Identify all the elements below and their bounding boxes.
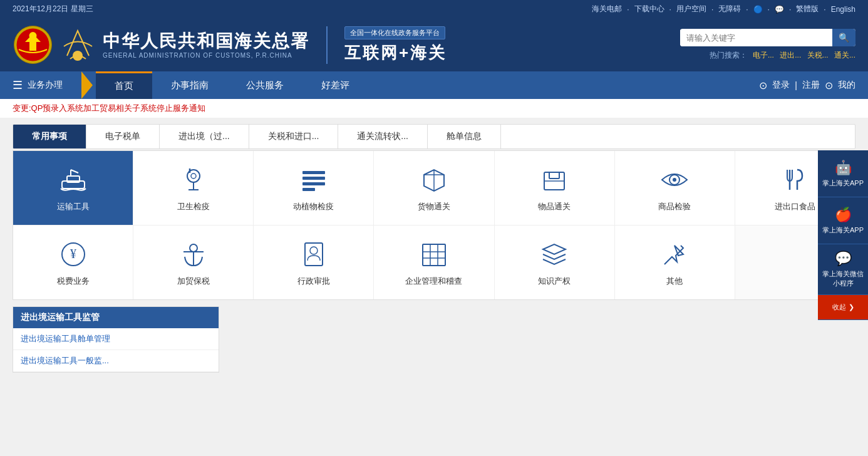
icon-enterprise-label: 企业管理和稽查 [405, 276, 462, 287]
nav-item-rating[interactable]: 好差评 [302, 71, 368, 99]
nav-right: ⊙ 登录 | 注册 ⊙ 我的 [759, 80, 855, 91]
panel-collapse[interactable]: 收起 ❯ [818, 295, 868, 320]
panel-android-app[interactable]: 🤖 掌上海关APP [818, 150, 868, 197]
icon-enterprise[interactable]: 企业管理和稽查 [374, 225, 494, 299]
panel-wechat[interactable]: 💬 掌上海关微信小程序 [818, 244, 868, 295]
search-button[interactable]: 🔍 [832, 29, 855, 46]
link-download[interactable]: 下载中心 [634, 4, 664, 14]
hot-link-4[interactable]: 通关... [834, 51, 855, 60]
icon-health-label: 卫生检疫 [177, 201, 210, 212]
customs-logo-icon [61, 24, 95, 65]
menu-icon[interactable]: ☰ [13, 78, 23, 92]
tab-clearance[interactable]: 通关流转状... [338, 125, 428, 148]
hot-link-3[interactable]: 关税... [807, 51, 829, 60]
icon-trade-label: 加贸保税 [177, 276, 210, 287]
logo-english: GENERAL ADMINISTRATION OF CUSTOMS, P.R.C… [103, 52, 309, 59]
hot-link-2[interactable]: 进出... [780, 51, 801, 60]
top-bar: 2021年12月22日 星期三 海关电邮 · 下载中心 · 用户空间 · 无障碍… [0, 0, 868, 18]
icon-ipr-label: 知识产权 [538, 276, 571, 287]
nav-item-public[interactable]: 公共服务 [227, 71, 302, 99]
tab-manifest[interactable]: 舱单信息 [428, 125, 501, 148]
icon-animal-plant[interactable]: 动植物检疫 [254, 151, 374, 225]
link-english[interactable]: English [831, 5, 855, 14]
tab-tariff[interactable]: 关税和进口... [249, 125, 339, 148]
nav-login[interactable]: 登录 [772, 80, 790, 91]
icon-health[interactable]: 卫生检疫 [133, 151, 254, 225]
sub-left-item-1[interactable]: 进出境运输工具舱单管理 [13, 328, 219, 350]
svg-rect-14 [302, 177, 325, 180]
hot-search-label: 热门搜索： [710, 51, 747, 60]
tab-etax[interactable]: 电子税单 [86, 125, 160, 148]
nav-register[interactable]: 注册 [802, 80, 820, 91]
service-tabs: 常用事项 电子税单 进出境（过... 关税和进口... 通关流转状... 舱单信… [13, 124, 855, 149]
header-right: 🔍 热门搜索： 电子... 进出... 关税... 通关... [680, 29, 855, 61]
icon-animal-label: 动植物检疫 [293, 201, 334, 212]
icon-inspection-label: 商品检验 [658, 201, 691, 212]
hot-link-1[interactable]: 电子... [753, 51, 774, 60]
nav-item-home[interactable]: 首页 [96, 71, 152, 99]
sub-content: 进出境运输工具监管 进出境运输工具舱单管理 进出境运输工具一般监... [13, 306, 855, 373]
panel-android-label: 掌上海关APP [822, 179, 864, 188]
icon-admin[interactable]: 行政审批 [254, 225, 374, 299]
icon-tax-label: 税费业务 [57, 276, 90, 287]
nav-business-label[interactable]: 业务办理 [28, 80, 63, 91]
link-accessibility[interactable]: 无障碍 [718, 4, 741, 14]
tab-border[interactable]: 进出境（过... [160, 125, 249, 148]
bars-icon [297, 163, 330, 196]
anchor-icon [177, 238, 210, 271]
icon-cargo-label: 货物通关 [418, 201, 450, 212]
nav-arrow-decoration [81, 71, 93, 99]
android-icon: 🤖 [835, 160, 852, 176]
nav-item-guide[interactable]: 办事指南 [152, 71, 227, 99]
panel-wechat-label: 掌上海关微信小程序 [821, 269, 865, 288]
icon-row-1: 运输工具 卫生检疫 [13, 151, 855, 225]
link-email[interactable]: 海关电邮 [592, 4, 622, 14]
icon-food-label: 进出口食品 [775, 201, 815, 212]
icon-goods[interactable]: 物品通关 [495, 151, 615, 225]
icon-admin-label: 行政审批 [297, 276, 330, 287]
icon-other[interactable]: 其他 [615, 225, 735, 299]
logo-divider [326, 26, 328, 64]
icon-other-label: 其他 [666, 276, 683, 287]
package-icon [538, 163, 571, 196]
layers-icon [538, 238, 571, 271]
cutlery-icon [778, 163, 811, 196]
logo-text: 中华人民共和国海关总署 GENERAL ADMINISTRATION OF CU… [103, 31, 309, 59]
icon-goods-label: 物品通关 [538, 201, 571, 212]
right-panel: 🤖 掌上海关APP 🍎 掌上海关APP 💬 掌上海关微信小程序 收起 ❯ [818, 150, 868, 320]
link-traditional[interactable]: 繁體版 [796, 4, 819, 14]
icon-grid: 运输工具 卫生检疫 [13, 150, 855, 300]
svg-rect-16 [302, 188, 315, 191]
logo-chinese: 中华人民共和国海关总署 [103, 31, 309, 52]
icon-inspection[interactable]: 商品检验 [615, 151, 735, 225]
search-bar[interactable]: 🔍 [680, 29, 855, 46]
sub-left-title: 进出境运输工具监管 [13, 307, 219, 328]
tab-common[interactable]: 常用事项 [13, 125, 86, 148]
svg-point-31 [310, 247, 318, 254]
panel-ios-label: 掌上海关APP [822, 225, 864, 235]
link-userspace[interactable]: 用户空间 [676, 4, 706, 14]
icon-cargo[interactable]: 货物通关 [374, 151, 494, 225]
panel-ios-app[interactable]: 🍎 掌上海关APP [818, 197, 868, 244]
sub-left-item-2[interactable]: 进出境运输工具一般监... [13, 350, 219, 372]
collapse-label: 收起 [832, 303, 846, 312]
icon-transport[interactable]: 运输工具 [13, 151, 133, 225]
top-bar-links: 海关电邮 · 下载中心 · 用户空间 · 无障碍 · 🔵 · 💬 · 繁體版 ·… [592, 4, 855, 14]
microscope-icon [177, 163, 210, 196]
icon-ipr[interactable]: 知识产权 [495, 225, 615, 299]
notice-text[interactable]: 变更:QP预录入系统加工贸易相关子系统停止服务通知 [13, 103, 205, 113]
doc-person-icon [297, 238, 330, 271]
icon-tax[interactable]: ¥ 税费业务 [13, 225, 133, 299]
national-emblem [13, 24, 53, 65]
wechat-icon: 💬 [835, 251, 852, 267]
icon-transport-label: 运输工具 [57, 201, 90, 212]
user-icon: ⊙ [825, 80, 833, 91]
icon-trade[interactable]: 加贸保税 [133, 225, 254, 299]
nav-my[interactable]: 我的 [838, 80, 855, 91]
date-label: 2021年12月22日 星期三 [13, 4, 93, 14]
building-icon [418, 238, 450, 271]
search-input[interactable] [680, 29, 832, 46]
platform-badge: 全国一体化在线政务服务平台 [344, 26, 445, 39]
svg-rect-15 [302, 182, 325, 185]
login-icon: ⊙ [759, 80, 767, 91]
